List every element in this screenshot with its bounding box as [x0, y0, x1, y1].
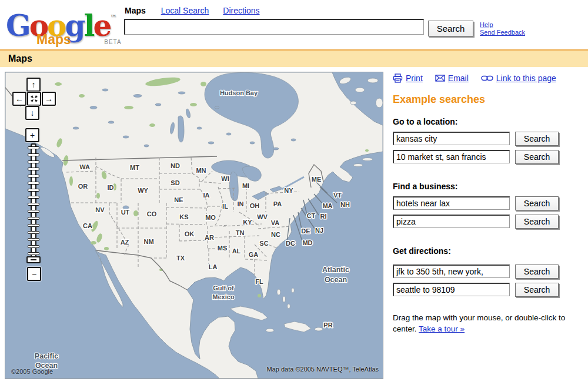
pan-right-button[interactable]: →	[42, 92, 56, 106]
main-search-button[interactable]: Search	[428, 21, 473, 36]
map-state-label-de: DE	[301, 227, 310, 235]
map-state-label-ma: MA	[322, 202, 332, 209]
map-image[interactable]: Hudson BayAtlanticOceanGulf ofMexicoPaci…	[5, 72, 383, 379]
zoom-level-tick[interactable]	[28, 245, 39, 248]
zoom-level-tick[interactable]	[28, 231, 39, 234]
nav-tab-maps[interactable]: Maps	[125, 6, 146, 15]
link-to-page-action[interactable]: Link to this page	[481, 73, 556, 83]
section-title-directions: Get directions:	[393, 246, 584, 256]
map-state-label-nc: NC	[271, 231, 280, 238]
map-attribution: Map data ©2005 NAVTEQ™, TeleAtlas	[266, 366, 379, 373]
business-search-button-2[interactable]: Search	[515, 215, 559, 229]
search-row: Search	[393, 283, 584, 299]
recenter-button[interactable]	[27, 92, 41, 106]
search-row: Search	[393, 132, 584, 148]
nav-link-directions[interactable]: Directions	[223, 6, 259, 15]
zoom-level-tick[interactable]	[28, 224, 39, 227]
main-search-input[interactable]	[124, 19, 424, 35]
link-icon	[481, 75, 493, 81]
example-searches-heading: Example searches	[393, 93, 584, 106]
zoom-level-tick[interactable]	[28, 189, 39, 192]
zoom-level-tick[interactable]	[28, 160, 39, 163]
map-water-label: Hudson Bay	[220, 89, 258, 96]
page-title: Maps	[0, 51, 588, 64]
zoom-level-tick[interactable]	[28, 210, 39, 213]
zoom-slider-track[interactable]	[31, 143, 36, 262]
map-state-label-ky: KY	[243, 219, 252, 226]
location-search-input-1[interactable]	[393, 132, 510, 145]
map-state-label-sd: SD	[171, 179, 179, 186]
send-feedback-link[interactable]: Send Feedback	[480, 29, 525, 36]
zoom-level-tick[interactable]	[28, 182, 39, 185]
map-state-label-wi: WI	[221, 175, 229, 182]
map-state-label-ia: IA	[203, 192, 210, 199]
email-action[interactable]: Email	[435, 73, 469, 83]
map-water-label: Mexico	[212, 293, 235, 300]
pan-up-button[interactable]: ↑	[26, 78, 41, 92]
map-state-label-ct: CT	[307, 212, 316, 219]
zoom-level-tick[interactable]	[28, 252, 39, 255]
location-search-button-2[interactable]: Search	[515, 150, 559, 164]
zoom-level-tick[interactable]	[28, 238, 39, 241]
zoom-slider-handle[interactable]	[26, 256, 41, 263]
location-search-input-2[interactable]	[393, 150, 510, 163]
zoom-level-tick[interactable]	[28, 153, 39, 156]
print-link[interactable]: Print	[406, 73, 423, 83]
map-water-label: Pacific	[35, 352, 58, 360]
handle-grip-icon	[31, 259, 36, 260]
directions-search-input-1[interactable]	[393, 265, 510, 278]
map-state-label-or: OR	[78, 183, 88, 190]
directions-search-button-1[interactable]: Search	[515, 265, 559, 279]
map-state-label-il: IL	[222, 203, 228, 210]
business-search-button-1[interactable]: Search	[515, 196, 559, 210]
map-water-label: Ocean	[325, 276, 347, 284]
search-row: Search	[393, 196, 584, 212]
map-state-label-md: MD	[302, 239, 312, 246]
map-state-label-va: VA	[271, 219, 280, 226]
directions-search-button-2[interactable]: Search	[515, 283, 559, 297]
zoom-level-tick[interactable]	[28, 146, 39, 149]
zoom-level-tick[interactable]	[28, 175, 39, 178]
map-state-label-wy: WY	[138, 187, 148, 194]
zoom-level-tick[interactable]	[28, 168, 39, 170]
search-row: Search	[393, 265, 584, 280]
map-state-label-me: ME	[312, 176, 322, 183]
plus-icon: +	[30, 130, 35, 140]
business-search-input-1[interactable]	[393, 196, 510, 210]
minus-icon: −	[32, 269, 36, 279]
map-state-label-nh: NH	[340, 201, 350, 208]
map-canvas[interactable]: Hudson BayAtlanticOceanGulf ofMexicoPaci…	[5, 72, 383, 379]
directions-search-input-2[interactable]	[393, 283, 510, 296]
zoom-level-tick[interactable]	[28, 196, 39, 199]
map-state-label-pr: PR	[323, 322, 332, 329]
nav-link-local-search[interactable]: Local Search	[161, 6, 209, 15]
location-search-button-1[interactable]: Search	[515, 132, 559, 146]
arrow-up-icon: ↑	[32, 80, 36, 89]
link-to-this-page-link[interactable]: Link to this page	[496, 73, 556, 83]
search-row: Search	[393, 150, 584, 166]
zoom-level-tick[interactable]	[28, 203, 39, 206]
map-state-label-ut: UT	[121, 209, 130, 216]
pan-left-button[interactable]: ←	[12, 92, 26, 106]
email-link[interactable]: Email	[448, 73, 469, 83]
zoom-in-button[interactable]: +	[25, 128, 39, 142]
logo-trademark: ™	[110, 14, 116, 21]
help-link[interactable]: Help	[480, 21, 525, 29]
business-search-input-2[interactable]	[393, 215, 510, 228]
recenter-icon	[30, 95, 38, 103]
pan-down-button[interactable]: ↓	[25, 106, 39, 120]
google-maps-page: Google™ Maps BETA Maps Local Search Dire…	[0, 0, 588, 385]
zoom-level-tick[interactable]	[28, 217, 39, 220]
map-state-label-tn: TN	[236, 229, 245, 236]
zoom-out-button[interactable]: −	[27, 267, 41, 281]
email-icon	[435, 75, 445, 82]
map-state-label-wa: WA	[79, 163, 90, 170]
map-state-label-ok: OK	[185, 230, 195, 237]
print-action[interactable]: Print	[393, 73, 423, 83]
arrow-left-icon: ←	[15, 94, 24, 103]
section-title-location: Go to a location:	[393, 117, 584, 126]
map-state-label-pa: PA	[273, 200, 282, 207]
take-a-tour-link[interactable]: Take a tour »	[419, 324, 465, 333]
map-state-label-dc: DC	[286, 240, 295, 247]
arrow-down-icon: ↓	[31, 108, 35, 118]
